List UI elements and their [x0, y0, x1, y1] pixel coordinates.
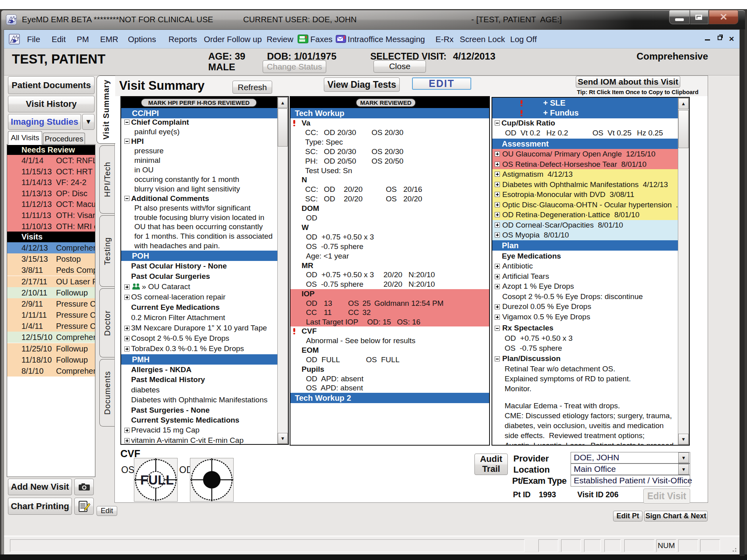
svg-text:FULL: FULL [140, 473, 174, 487]
